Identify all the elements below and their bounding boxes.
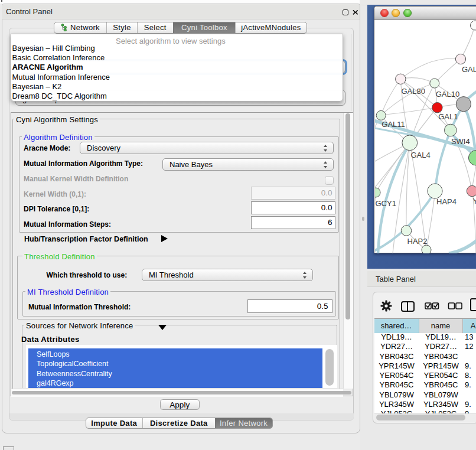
svg-text:GAL4: GAL4 [410,151,430,159]
svg-text:GAL80: GAL80 [401,86,425,95]
svg-text:GAL1: GAL1 [438,112,458,121]
svg-text:SWI4: SWI4 [451,136,470,145]
svg-text:HAP2: HAP2 [407,236,427,245]
svg-text:GAL: GAL [462,64,476,73]
svg-text:HAP4: HAP4 [436,197,457,206]
svg-text:GCY1: GCY1 [375,198,396,207]
svg-text:GAL10: GAL10 [435,89,459,98]
svg-text:Y: Y [472,196,476,205]
svg-text:GAL11: GAL11 [382,119,405,128]
